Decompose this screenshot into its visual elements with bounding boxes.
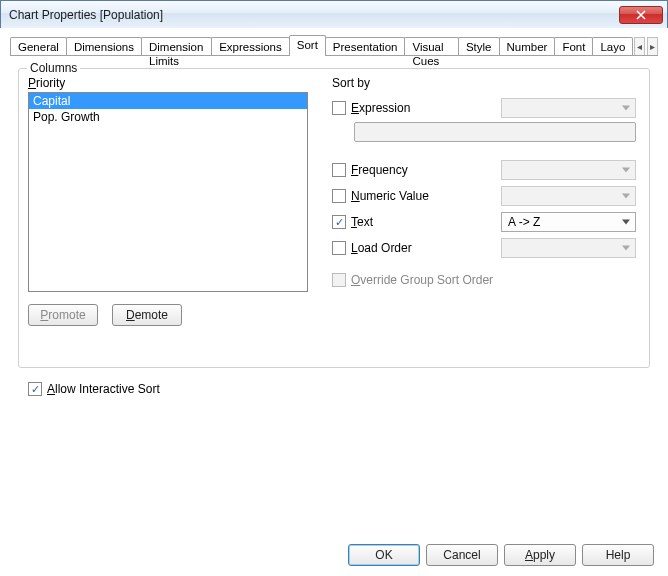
- frequency-label: Frequency: [351, 163, 501, 177]
- override-label: Override Group Sort Order: [351, 273, 636, 287]
- window-title: Chart Properties [Population]: [9, 8, 619, 22]
- apply-button[interactable]: Apply: [504, 544, 576, 566]
- numeric-combo[interactable]: [501, 186, 636, 206]
- sort-row-text: Text A -> Z: [332, 212, 636, 232]
- tab-strip: General Dimensions Dimension Limits Expr…: [10, 34, 658, 56]
- close-icon: [636, 10, 646, 20]
- expression-combo[interactable]: [501, 98, 636, 118]
- demote-button[interactable]: Demote: [112, 304, 182, 326]
- sortby-label: Sort by: [332, 76, 370, 90]
- sort-row-override: Override Group Sort Order: [332, 270, 636, 290]
- close-button[interactable]: [619, 6, 663, 24]
- expression-label: Expression: [351, 101, 501, 115]
- allow-interactive-label: Allow Interactive Sort: [47, 382, 160, 396]
- tab-dimensions[interactable]: Dimensions: [66, 37, 142, 56]
- frequency-checkbox[interactable]: [332, 163, 346, 177]
- list-item[interactable]: Pop. Growth: [29, 109, 307, 125]
- sort-row-numeric: Numeric Value: [332, 186, 636, 206]
- tab-visual-cues[interactable]: Visual Cues: [404, 37, 459, 56]
- numeric-checkbox[interactable]: [332, 189, 346, 203]
- tab-number[interactable]: Number: [499, 37, 556, 56]
- sort-row-expression: Expression: [332, 98, 636, 118]
- priority-listbox[interactable]: Capital Pop. Growth: [28, 92, 308, 292]
- tab-expressions[interactable]: Expressions: [211, 37, 290, 56]
- tab-presentation[interactable]: Presentation: [325, 37, 406, 56]
- expression-edit[interactable]: [354, 122, 636, 142]
- loadorder-checkbox[interactable]: [332, 241, 346, 255]
- text-combo[interactable]: A -> Z: [501, 212, 636, 232]
- tab-layout[interactable]: Layo: [592, 37, 633, 56]
- tab-font[interactable]: Font: [554, 37, 593, 56]
- promote-button[interactable]: Promote: [28, 304, 98, 326]
- sort-row-loadorder: Load Order: [332, 238, 636, 258]
- expression-checkbox[interactable]: [332, 101, 346, 115]
- text-checkbox[interactable]: [332, 215, 346, 229]
- tab-general[interactable]: General: [10, 37, 67, 56]
- tab-panel-border: [10, 55, 658, 56]
- list-item[interactable]: Capital: [29, 93, 307, 109]
- dialog-buttons: OK Cancel Apply Help: [348, 544, 654, 566]
- priority-label: Priority: [28, 76, 65, 90]
- tab-scroll-left[interactable]: ◂: [634, 37, 645, 56]
- frequency-combo[interactable]: [501, 160, 636, 180]
- tab-style[interactable]: Style: [458, 37, 500, 56]
- ok-button[interactable]: OK: [348, 544, 420, 566]
- override-checkbox: [332, 273, 346, 287]
- allow-interactive-checkbox[interactable]: [28, 382, 42, 396]
- text-combo-value: A -> Z: [508, 215, 540, 229]
- loadorder-label: Load Order: [351, 241, 501, 255]
- loadorder-combo[interactable]: [501, 238, 636, 258]
- client-area: General Dimensions Dimension Limits Expr…: [0, 28, 668, 576]
- tab-dimension-limits[interactable]: Dimension Limits: [141, 37, 212, 56]
- allow-interactive-row: Allow Interactive Sort: [28, 382, 160, 396]
- sort-row-frequency: Frequency: [332, 160, 636, 180]
- tab-sort[interactable]: Sort: [289, 35, 326, 56]
- text-label: Text: [351, 215, 501, 229]
- tab-scroll-right[interactable]: ▸: [647, 37, 658, 56]
- help-button[interactable]: Help: [582, 544, 654, 566]
- cancel-button[interactable]: Cancel: [426, 544, 498, 566]
- columns-legend: Columns: [27, 61, 80, 75]
- numeric-label: Numeric Value: [351, 189, 501, 203]
- title-bar: Chart Properties [Population]: [1, 1, 667, 29]
